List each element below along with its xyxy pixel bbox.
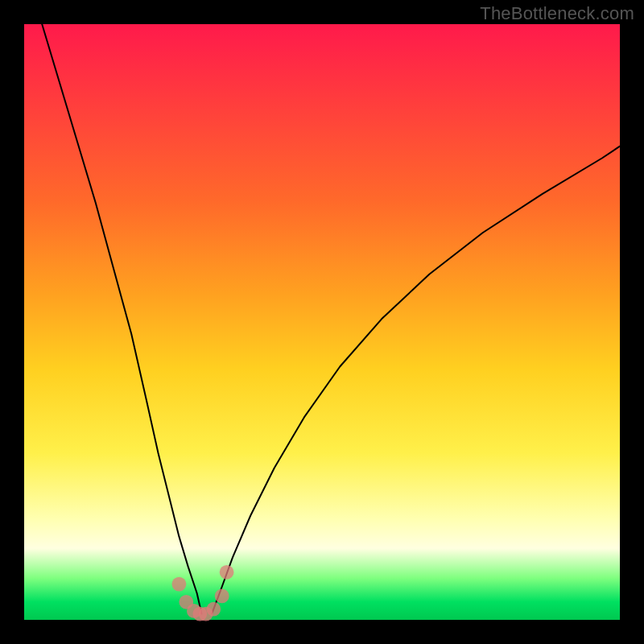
watermark-text: TheBottleneck.com	[480, 3, 634, 24]
trough-dot	[206, 602, 221, 617]
trough-dot	[220, 565, 234, 580]
chart-frame: TheBottleneck.com	[0, 0, 644, 644]
left-branch-line	[42, 24, 201, 614]
curve-layer	[24, 24, 620, 620]
trough-dot	[215, 589, 229, 604]
trough-markers	[172, 565, 234, 621]
right-branch-line	[212, 147, 620, 614]
trough-dot	[172, 577, 187, 592]
plot-area	[24, 24, 620, 620]
